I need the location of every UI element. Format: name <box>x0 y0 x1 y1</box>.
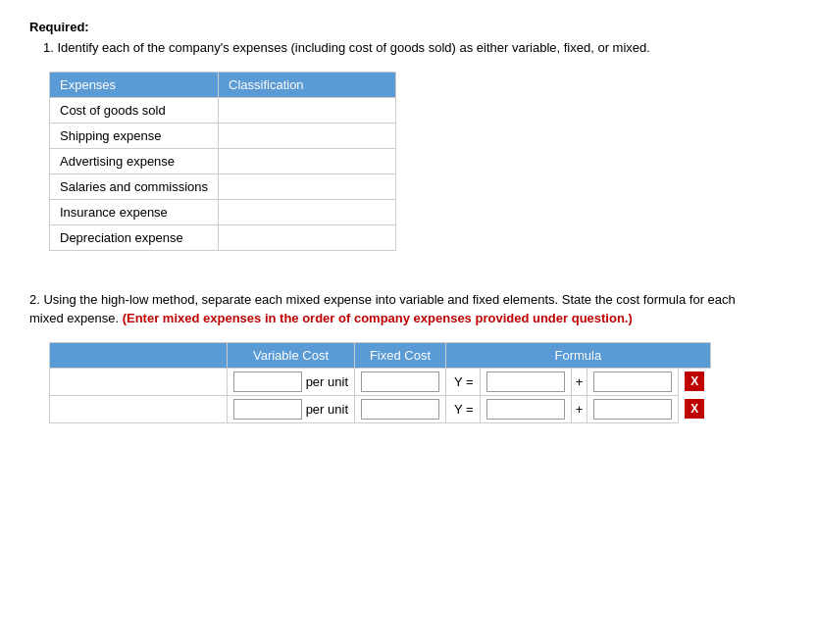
classification-cell <box>219 224 396 250</box>
plus-label-1: + <box>571 395 587 422</box>
fc-cell-1 <box>355 395 446 422</box>
expenses-classification-table: Expenses Classification Cost of goods so… <box>49 72 788 251</box>
q2-text-red: (Enter mixed expenses in the order of co… <box>123 311 633 325</box>
expense-name: Shipping expense <box>50 123 219 148</box>
formula-table: Variable Cost Fixed Cost Formula per uni… <box>49 342 711 423</box>
table-row: Advertising expense <box>50 148 396 173</box>
plus-label-0: + <box>571 368 587 395</box>
col-formula-header: Formula <box>446 342 711 368</box>
y-equals-label-0: Y = <box>446 368 481 395</box>
formula-fixed-input-0[interactable] <box>486 372 565 392</box>
formula-fixed-cell-0 <box>480 368 571 395</box>
col-vc-header: Variable Cost <box>228 342 355 368</box>
table-row: Depreciation expense <box>50 224 396 250</box>
col-fc-header: Fixed Cost <box>355 342 446 368</box>
per-unit-label-1: per unit <box>302 402 348 417</box>
fc-cell-0 <box>355 368 446 395</box>
q2-number: 2. <box>29 292 40 307</box>
x-button-cell-1: X <box>679 395 711 422</box>
x-button-0[interactable]: X <box>685 372 704 391</box>
col-empty-header <box>50 342 228 368</box>
table-row: Insurance expense <box>50 199 396 224</box>
vc-input-0[interactable] <box>233 372 302 392</box>
formula-x-cell-0 <box>587 368 679 395</box>
classification-input-5[interactable] <box>219 225 395 250</box>
fc-input-1[interactable] <box>361 399 439 420</box>
classification-input-3[interactable] <box>219 174 395 199</box>
col-expenses-header: Expenses <box>50 72 219 97</box>
formula-table-wrapper: Variable Cost Fixed Cost Formula per uni… <box>49 342 788 423</box>
fc-input-0[interactable] <box>361 372 439 392</box>
formula-expense-col <box>50 395 228 422</box>
formula-x-cell-1 <box>587 395 679 422</box>
expense-name: Insurance expense <box>50 199 219 224</box>
formula-row: per unitY =+X <box>50 368 711 395</box>
expense-name: Cost of goods sold <box>50 97 219 123</box>
vc-input-1[interactable] <box>233 399 302 420</box>
classification-cell <box>219 148 396 173</box>
required-label: Required: <box>29 20 788 34</box>
classification-input-2[interactable] <box>219 149 395 173</box>
table-row: Cost of goods sold <box>50 97 396 123</box>
table-row: Shipping expense <box>50 123 396 148</box>
vc-cell-1: per unit <box>228 395 355 422</box>
classification-cell <box>219 173 396 199</box>
per-unit-label-0: per unit <box>302 374 348 389</box>
classification-input-0[interactable] <box>219 98 395 123</box>
formula-x-input-1[interactable] <box>593 399 672 420</box>
formula-row: per unitY =+X <box>50 395 711 422</box>
expense-name: Depreciation expense <box>50 224 219 250</box>
classification-input-4[interactable] <box>219 200 395 224</box>
table-row: Salaries and commissions <box>50 173 396 199</box>
x-button-1[interactable]: X <box>685 399 704 419</box>
col-classification-header: Classification <box>219 72 396 97</box>
formula-expense-col <box>50 368 228 395</box>
q1-instruction: 1. Identify each of the company's expens… <box>29 38 788 58</box>
classification-cell <box>219 123 396 148</box>
q1-text: Identify each of the company's expenses … <box>57 40 649 55</box>
classification-input-1[interactable] <box>219 124 395 148</box>
vc-cell-0: per unit <box>228 368 355 395</box>
formula-fixed-cell-1 <box>480 395 571 422</box>
formula-expense-input-0[interactable] <box>50 369 227 395</box>
q2-instruction: 2. Using the high-low method, separate e… <box>29 290 765 328</box>
expense-name: Salaries and commissions <box>50 173 219 199</box>
expense-name: Advertising expense <box>50 148 219 173</box>
y-equals-label-1: Y = <box>446 395 481 422</box>
classification-cell <box>219 199 396 224</box>
classification-cell <box>219 97 396 123</box>
q1-number: 1. <box>43 40 54 55</box>
formula-expense-input-1[interactable] <box>50 396 227 422</box>
formula-x-input-0[interactable] <box>593 372 672 392</box>
formula-fixed-input-1[interactable] <box>486 399 565 420</box>
x-button-cell-0: X <box>679 368 711 395</box>
expenses-table: Expenses Classification Cost of goods so… <box>49 72 396 251</box>
